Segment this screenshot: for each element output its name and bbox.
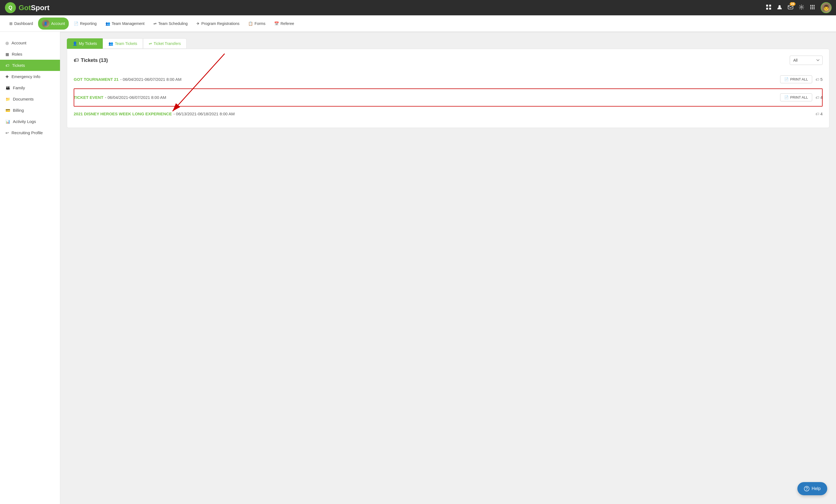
- svg-point-6: [778, 5, 781, 7]
- ticket-transfers-tab-label: Ticket Transfers: [154, 41, 181, 46]
- sidebar-item-tickets[interactable]: 🏷 Tickets: [0, 60, 60, 71]
- ticket-row-highlighted: TICKET EVENT - 06/04/2021-06/07/2021 8:0…: [74, 89, 822, 106]
- user-icon[interactable]: [777, 4, 782, 11]
- my-tickets-tab-icon: 👤: [73, 41, 77, 46]
- ticket-count: 🏷 5: [815, 77, 822, 82]
- apps-icon[interactable]: [810, 4, 815, 11]
- ticket-row-right: 📄 PRINT ALL 🏷 4: [780, 93, 822, 101]
- ticket-event-date: - 06/04/2021-06/07/2021 8:00 AM: [105, 95, 166, 100]
- nav-item-reporting[interactable]: 📄 Reporting: [70, 19, 100, 28]
- content-area: 👤 My Tickets 👥 Team Tickets ⇌ Ticket Tra…: [60, 32, 836, 504]
- sidebar-item-recruiting-profile[interactable]: ↩ Recruiting Profile: [0, 127, 60, 138]
- svg-point-21: [806, 490, 807, 490]
- tickets-header: 🏷 Tickets (13) AllUpcomingPast: [74, 56, 822, 65]
- secondary-navigation: ⊞ Dashboard 👤 Account 📄 Reporting 👥 Team…: [0, 15, 836, 32]
- tab-ticket-transfers[interactable]: ⇌ Ticket Transfers: [143, 38, 187, 49]
- nav-item-dashboard-label: Dashboard: [14, 21, 33, 26]
- nav-item-account[interactable]: 👤 Account: [38, 18, 69, 30]
- help-button[interactable]: Help: [797, 482, 827, 495]
- tickets-title: 🏷 Tickets (13): [74, 58, 108, 63]
- sidebar-item-roles[interactable]: ▦ Roles: [0, 49, 60, 60]
- ticket-event-name-link[interactable]: TICKET EVENT: [74, 95, 103, 100]
- nav-item-dashboard[interactable]: ⊞ Dashboard: [5, 19, 37, 28]
- print-all-label: PRINT ALL: [790, 77, 808, 81]
- team-scheduling-icon: ⇌: [153, 21, 157, 26]
- svg-point-15: [810, 8, 811, 9]
- nav-item-forms-label: Forms: [254, 21, 265, 26]
- logo[interactable]: Q GotSport: [4, 2, 50, 14]
- ticket-row-right: 🏷 4: [815, 112, 822, 116]
- svg-rect-7: [788, 5, 793, 9]
- ticket-row-left: 2021 DISNEY HEROES WEEK LONG EXPERIENCE …: [74, 112, 815, 116]
- nav-item-referee-label: Referee: [281, 21, 294, 26]
- nav-item-program-registrations[interactable]: ✈ Program Registrations: [193, 19, 243, 28]
- ticket-count-row2: 🏷 4: [815, 95, 822, 100]
- nav-item-team-management-label: Team Management: [112, 21, 145, 26]
- avatar-image: 👨: [821, 3, 831, 13]
- ticket-count-icon: 🏷: [815, 77, 819, 82]
- svg-point-11: [814, 5, 815, 6]
- nav-item-team-scheduling[interactable]: ⇌ Team Scheduling: [150, 19, 191, 28]
- sidebar-item-billing[interactable]: 💳 Billing: [0, 105, 60, 116]
- ticket-row-left: GOT TOURNAMENT 21 - 06/04/2021-06/07/202…: [74, 77, 780, 82]
- sidebar-item-account-label: Account: [12, 41, 26, 45]
- forms-icon: 📋: [248, 21, 253, 26]
- ticket-count-value-row3: 4: [820, 112, 822, 116]
- tickets-tag-icon: 🏷: [74, 58, 79, 63]
- help-button-label: Help: [812, 486, 821, 491]
- activity-logs-sidebar-icon: 📊: [5, 119, 10, 124]
- team-tickets-tab-icon: 👥: [109, 41, 113, 46]
- ticket-name-link[interactable]: GOT TOURNAMENT 21: [74, 77, 119, 82]
- avatar[interactable]: 👨: [821, 2, 832, 13]
- my-tickets-tab-label: My Tickets: [79, 41, 97, 46]
- nav-item-forms[interactable]: 📋 Forms: [244, 19, 269, 28]
- svg-point-10: [812, 5, 813, 6]
- billing-sidebar-icon: 💳: [5, 108, 10, 113]
- nav-item-reporting-label: Reporting: [80, 21, 97, 26]
- dashboard-icon: ⊞: [9, 21, 13, 26]
- sidebar-item-family-label: Family: [13, 85, 25, 90]
- tickets-card: 🏷 Tickets (13) AllUpcomingPast GOT TOURN…: [67, 49, 830, 128]
- nav-item-referee[interactable]: 📅 Referee: [270, 19, 298, 28]
- help-icon: [804, 486, 810, 491]
- top-navigation-bar: Q GotSport 24: [0, 0, 836, 15]
- ticket-count-value-row2: 4: [820, 95, 822, 100]
- svg-text:Q: Q: [8, 5, 12, 11]
- svg-point-14: [814, 6, 815, 8]
- logo-icon: Q: [4, 2, 16, 14]
- sidebar-item-family[interactable]: 👪 Family: [0, 82, 60, 93]
- sidebar-item-account[interactable]: ◎ Account: [0, 37, 60, 49]
- logo-text: GotSport: [19, 3, 50, 12]
- svg-rect-4: [766, 8, 768, 9]
- sidebar-item-billing-label: Billing: [13, 108, 24, 113]
- sidebar-item-activity-logs[interactable]: 📊 Activity Logs: [0, 116, 60, 127]
- ticket-count-row3: 🏷 4: [815, 112, 822, 116]
- nav-item-team-scheduling-label: Team Scheduling: [158, 21, 188, 26]
- settings-icon[interactable]: [799, 4, 804, 11]
- account-sidebar-icon: ◎: [5, 41, 9, 45]
- disney-ticket-name-link[interactable]: 2021 DISNEY HEROES WEEK LONG EXPERIENCE: [74, 112, 172, 116]
- sidebar-item-emergency-info[interactable]: ✚ Emergency Info: [0, 71, 60, 82]
- family-sidebar-icon: 👪: [5, 86, 10, 90]
- sidebar-item-documents[interactable]: 📁 Documents: [0, 93, 60, 105]
- nav-item-team-management[interactable]: 👥 Team Management: [102, 19, 149, 28]
- tab-my-tickets[interactable]: 👤 My Tickets: [67, 38, 103, 49]
- grid-icon[interactable]: [766, 4, 771, 11]
- ticket-transfers-tab-icon: ⇌: [149, 41, 152, 46]
- svg-point-8: [801, 6, 802, 8]
- svg-point-9: [810, 5, 811, 6]
- mail-icon[interactable]: 24: [788, 4, 793, 11]
- program-registrations-icon: ✈: [196, 21, 200, 26]
- svg-rect-2: [766, 5, 768, 6]
- tickets-filter-select[interactable]: AllUpcomingPast: [790, 56, 822, 65]
- print-all-button-row2[interactable]: 📄 PRINT ALL: [780, 93, 812, 101]
- print-all-button[interactable]: 📄 PRINT ALL: [780, 75, 812, 83]
- emergency-info-sidebar-icon: ✚: [5, 75, 9, 79]
- ticket-count-icon-row2: 🏷: [815, 95, 819, 100]
- reporting-icon: 📄: [74, 21, 78, 26]
- print-all-label-row2: PRINT ALL: [790, 95, 808, 99]
- main-layout: ◎ Account ▦ Roles 🏷 Tickets ✚ Emergency …: [0, 32, 836, 504]
- ticket-count-icon-row3: 🏷: [815, 112, 819, 116]
- sidebar-item-activity-logs-label: Activity Logs: [13, 119, 36, 124]
- tab-team-tickets[interactable]: 👥 Team Tickets: [103, 38, 143, 49]
